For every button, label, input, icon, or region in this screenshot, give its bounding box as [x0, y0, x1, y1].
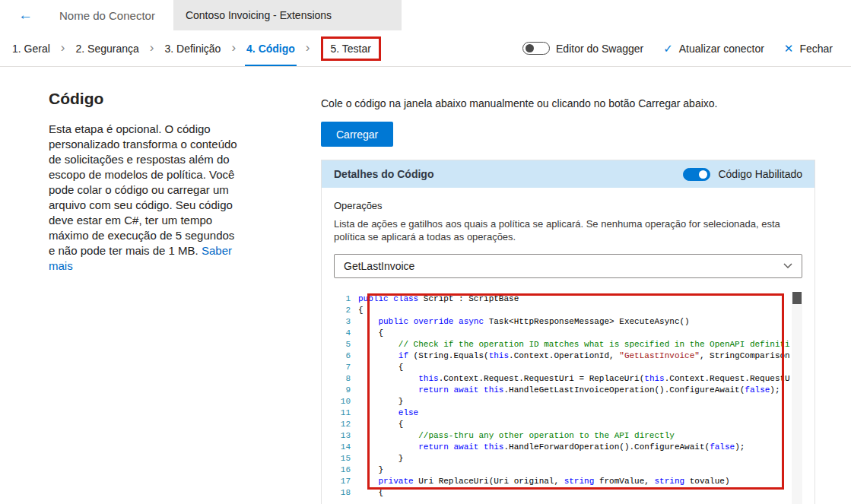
code-line: 8 this.Context.Request.RequestUri = Repl…: [334, 373, 790, 385]
code-line: 7 {: [334, 362, 790, 373]
instruction-text: Cole o código na janela abaixo manualmen…: [321, 97, 815, 109]
toggle-knob: [699, 170, 707, 179]
operations-selected-value: GetLastInvoice: [344, 260, 414, 272]
code-line: 14 return await this.HandleForwardOperat…: [334, 442, 790, 453]
connector-tab[interactable]: Contoso Invoicing - Extensions: [173, 0, 402, 30]
code-line: 9 return await this.HandleGetLastInvoice…: [334, 385, 790, 396]
step-geral[interactable]: 1. Geral: [11, 30, 52, 66]
chevron-right-icon: ›: [61, 41, 65, 55]
code-line: 5 // Check if the operation ID matches w…: [334, 339, 790, 350]
code-line: 18 {: [334, 487, 790, 499]
back-button[interactable]: ←: [18, 7, 43, 24]
content: Código Esta etapa é opcional. O código p…: [0, 67, 851, 504]
step-navigation: 1. Geral › 2. Segurança › 3. Definição ›…: [0, 30, 851, 67]
swagger-editor-control: Editor do Swagger: [522, 42, 643, 55]
code-details-title: Detalhes do Código: [334, 168, 433, 180]
connector-editor-page: ← Nome do Conector Contoso Invoicing - E…: [0, 0, 851, 504]
code-line: 1public class Script : ScriptBase: [334, 293, 790, 305]
wizard-steps: 1. Geral › 2. Segurança › 3. Definição ›…: [11, 30, 381, 66]
code-enabled-control: Código Habilitado: [683, 168, 802, 181]
swagger-editor-label: Editor do Swagger: [556, 43, 643, 55]
main-column: Cole o código na janela abaixo manualmen…: [321, 87, 815, 504]
code-line: 2{: [334, 305, 790, 316]
code-details-header: Detalhes do Código Código Habilitado: [322, 160, 814, 188]
code-line: 12 {: [334, 419, 790, 430]
swagger-editor-toggle[interactable]: [522, 42, 550, 55]
chevron-down-icon: [783, 263, 792, 269]
code-line: 11 else: [334, 407, 790, 419]
operations-description: Lista de ações e gatilhos aos quais a po…: [334, 217, 790, 243]
step-codigo[interactable]: 4. Código: [245, 30, 297, 66]
code-line: 4 {: [334, 328, 790, 339]
code-line: 10 }: [334, 396, 790, 407]
close-label: Fechar: [799, 43, 833, 55]
section-description: Esta etapa é opcional. O código personal…: [49, 122, 240, 274]
section-title: Código: [49, 90, 240, 108]
code-lines: 1public class Script : ScriptBase2{3 pub…: [334, 292, 802, 499]
chevron-right-icon: ›: [150, 41, 154, 55]
topbar: ← Nome do Conector Contoso Invoicing - E…: [0, 0, 851, 30]
upload-button[interactable]: Carregar: [321, 122, 393, 147]
close-button[interactable]: ✕ Fechar: [784, 42, 833, 55]
scrollbar-thumb[interactable]: [792, 292, 802, 304]
code-line: 3 public override async Task<HttpRespons…: [334, 316, 790, 328]
operations-label: Operações: [334, 200, 802, 211]
step-seguranca[interactable]: 2. Segurança: [74, 30, 140, 66]
description-sidebar: Código Esta etapa é opcional. O código p…: [49, 87, 240, 274]
update-connector-button[interactable]: ✓ Atualizar conector: [663, 42, 764, 55]
check-icon: ✓: [663, 42, 673, 55]
code-enabled-label: Código Habilitado: [718, 168, 802, 180]
code-enabled-toggle[interactable]: [683, 168, 710, 181]
step-definicao[interactable]: 3. Definição: [163, 30, 222, 66]
update-connector-label: Atualizar conector: [679, 43, 764, 55]
code-line: 13 //pass-thru any other operation to th…: [334, 430, 790, 442]
chevron-right-icon: ›: [306, 41, 310, 55]
close-icon: ✕: [784, 42, 794, 55]
code-editor[interactable]: 1public class Script : ScriptBase2{3 pub…: [334, 292, 802, 504]
operations-section: Operações Lista de ações e gatilhos aos …: [322, 188, 814, 278]
code-line: 6 if (String.Equals(this.Context.Operati…: [334, 350, 790, 362]
step-testar[interactable]: 5. Testar: [321, 36, 381, 61]
editor-scrollbar[interactable]: [792, 292, 802, 504]
code-line: 17 private Uri ReplaceUri(Uri original, …: [334, 476, 790, 487]
connector-name-label: Nome do Conector: [59, 9, 155, 22]
code-line: 16 }: [334, 464, 790, 476]
operations-dropdown[interactable]: GetLastInvoice: [334, 254, 802, 278]
chevron-right-icon: ›: [231, 41, 236, 55]
section-description-text: Esta etapa é opcional. O código personal…: [49, 122, 237, 257]
nav-actions: Editor do Swagger ✓ Atualizar conector ✕…: [522, 42, 833, 55]
toggle-knob: [526, 44, 534, 52]
code-line: 15 }: [334, 453, 790, 464]
code-details-panel: Detalhes do Código Código Habilitado Ope…: [321, 160, 815, 504]
